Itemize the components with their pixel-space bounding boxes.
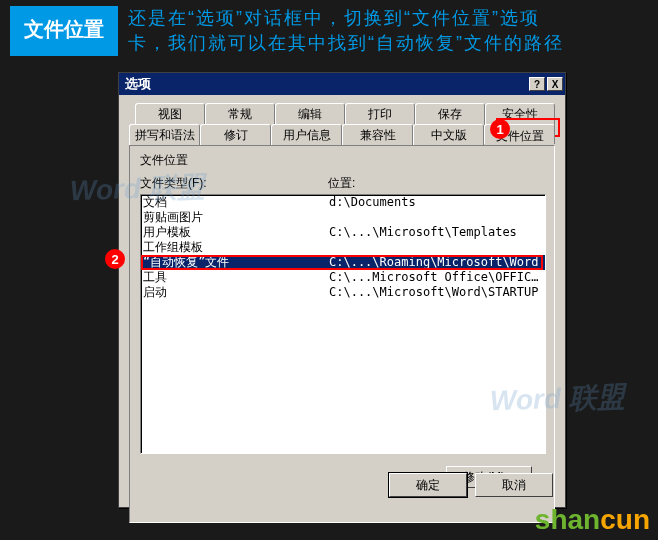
list-item: 剪贴画图片 — [141, 210, 545, 225]
titlebar: 选项 ? X — [119, 73, 565, 95]
tab-area: 视图 常规 编辑 打印 保存 安全性 拼写和语法 修订 用户信息 兼容性 中文版… — [119, 95, 565, 533]
tab-save[interactable]: 保存 — [415, 103, 485, 125]
header-text: 还是在“选项”对话框中，切换到“文件位置”选项 卡，我们就可以在其中找到“自动恢… — [128, 6, 564, 56]
file-locations-listbox[interactable]: 文档d:\Documents 剪贴画图片 用户模板C:\...\Microsof… — [140, 194, 546, 454]
list-item-autorecover: “自动恢复”文件C:\...\Roaming\Microsoft\Word — [141, 255, 545, 270]
col-filetype: 文件类型(F): — [140, 175, 328, 192]
list-item: 工作组模板 — [141, 240, 545, 255]
tab-view[interactable]: 视图 — [135, 103, 205, 125]
group-label: 文件位置 — [140, 152, 544, 169]
callout-badge-1: 1 — [490, 119, 510, 139]
instruction-header: 文件位置 还是在“选项”对话框中，切换到“文件位置”选项 卡，我们就可以在其中找… — [0, 0, 658, 66]
list-item: 文档d:\Documents — [141, 195, 545, 210]
shancun-logo: shancun — [535, 504, 650, 536]
dialog-buttons: 确定 取消 — [389, 473, 553, 497]
ok-button[interactable]: 确定 — [389, 473, 467, 497]
file-locations-panel: 文件位置 文件类型(F): 位置: 文档d:\Documents 剪贴画图片 用… — [129, 145, 555, 523]
tab-edit[interactable]: 编辑 — [275, 103, 345, 125]
tab-chinese[interactable]: 中文版 — [413, 124, 484, 146]
close-icon[interactable]: X — [547, 77, 563, 91]
help-icon[interactable]: ? — [529, 77, 545, 91]
list-item: 启动C:\...\Microsoft\Word\STARTUP — [141, 285, 545, 300]
column-headers: 文件类型(F): 位置: — [140, 175, 544, 192]
tab-spelling[interactable]: 拼写和语法 — [129, 124, 200, 146]
tab-userinfo[interactable]: 用户信息 — [271, 124, 342, 146]
tab-revision[interactable]: 修订 — [200, 124, 271, 146]
tab-general[interactable]: 常规 — [205, 103, 275, 125]
dialog-title: 选项 — [125, 75, 151, 93]
header-badge: 文件位置 — [10, 6, 118, 56]
tab-compat[interactable]: 兼容性 — [342, 124, 413, 146]
col-location: 位置: — [328, 175, 355, 192]
list-item: 用户模板C:\...\Microsoft\Templates — [141, 225, 545, 240]
callout-badge-2: 2 — [105, 249, 125, 269]
list-item: 工具C:\...Microsoft Office\OFFIC… — [141, 270, 545, 285]
tab-print[interactable]: 打印 — [345, 103, 415, 125]
cancel-button[interactable]: 取消 — [475, 473, 553, 497]
